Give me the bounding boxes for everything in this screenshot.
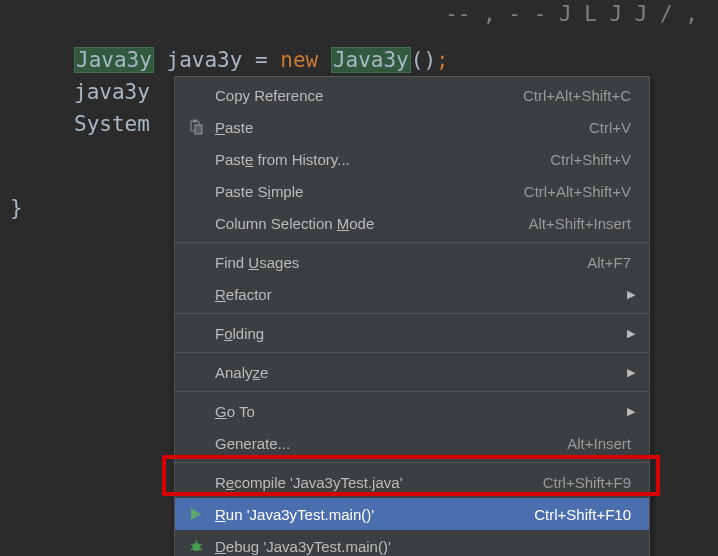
menu-separator — [175, 352, 649, 353]
menu-copy-reference[interactable]: Copy Reference Ctrl+Alt+Shift+C — [175, 79, 649, 111]
class-name-highlight: Java3y — [74, 47, 154, 73]
menu-paste-simple[interactable]: Paste Simple Ctrl+Alt+Shift+V — [175, 175, 649, 207]
menu-debug[interactable]: Debug 'Java3yTest.main()' — [175, 530, 649, 556]
menu-label: Go To — [215, 403, 631, 420]
code-fragment-top: -- , - - J L J J / , — [445, 0, 718, 26]
submenu-arrow-icon: ▶ — [627, 366, 635, 379]
context-menu: Copy Reference Ctrl+Alt+Shift+C Paste Ct… — [174, 76, 650, 556]
menu-label: Copy Reference — [215, 87, 507, 104]
menu-generate[interactable]: Generate... Alt+Insert — [175, 427, 649, 459]
menu-separator — [175, 313, 649, 314]
menu-label: Debug 'Java3yTest.main()' — [215, 538, 631, 555]
menu-shortcut: Ctrl+Shift+V — [550, 151, 631, 168]
submenu-arrow-icon: ▶ — [627, 288, 635, 301]
menu-shortcut: Ctrl+Shift+F10 — [534, 506, 631, 523]
submenu-arrow-icon: ▶ — [627, 405, 635, 418]
menu-column-selection[interactable]: Column Selection Mode Alt+Shift+Insert — [175, 207, 649, 239]
menu-label: Recompile 'Java3yTest.java' — [215, 474, 527, 491]
menu-label: Paste from History... — [215, 151, 534, 168]
submenu-arrow-icon: ▶ — [627, 327, 635, 340]
menu-goto[interactable]: Go To ▶ — [175, 395, 649, 427]
svg-rect-1 — [193, 120, 197, 123]
closing-brace: } — [10, 196, 23, 220]
menu-refactor[interactable]: Refactor ▶ — [175, 278, 649, 310]
paste-icon — [187, 118, 205, 136]
menu-paste-history[interactable]: Paste from History... Ctrl+Shift+V — [175, 143, 649, 175]
menu-analyze[interactable]: Analyze ▶ — [175, 356, 649, 388]
menu-shortcut: Ctrl+V — [589, 119, 631, 136]
menu-shortcut: Alt+Insert — [567, 435, 631, 452]
menu-paste[interactable]: Paste Ctrl+V — [175, 111, 649, 143]
menu-shortcut: Ctrl+Alt+Shift+C — [523, 87, 631, 104]
menu-label: Refactor — [215, 286, 631, 303]
menu-label: Column Selection Mode — [215, 215, 512, 232]
svg-line-8 — [199, 548, 202, 550]
menu-label: Folding — [215, 325, 631, 342]
svg-rect-2 — [195, 125, 202, 134]
svg-line-6 — [199, 544, 202, 546]
debug-icon — [187, 537, 205, 555]
menu-separator — [175, 391, 649, 392]
menu-label: Generate... — [215, 435, 551, 452]
menu-label: Find Usages — [215, 254, 571, 271]
menu-shortcut: Alt+Shift+Insert — [528, 215, 631, 232]
menu-shortcut: Ctrl+Alt+Shift+V — [524, 183, 631, 200]
menu-label: Paste — [215, 119, 573, 136]
menu-separator — [175, 462, 649, 463]
menu-label: Paste Simple — [215, 183, 508, 200]
svg-point-3 — [192, 543, 200, 551]
menu-find-usages[interactable]: Find Usages Alt+F7 — [175, 246, 649, 278]
menu-label: Analyze — [215, 364, 631, 381]
menu-run[interactable]: Run 'Java3yTest.main()' Ctrl+Shift+F10 — [175, 498, 649, 530]
run-icon — [187, 505, 205, 523]
menu-folding[interactable]: Folding ▶ — [175, 317, 649, 349]
class-name-highlight: Java3y — [331, 47, 411, 73]
svg-line-7 — [191, 548, 194, 550]
menu-recompile[interactable]: Recompile 'Java3yTest.java' Ctrl+Shift+F… — [175, 466, 649, 498]
menu-shortcut: Alt+F7 — [587, 254, 631, 271]
menu-separator — [175, 242, 649, 243]
menu-shortcut: Ctrl+Shift+F9 — [543, 474, 631, 491]
svg-line-5 — [191, 544, 194, 546]
menu-label: Run 'Java3yTest.main()' — [215, 506, 518, 523]
